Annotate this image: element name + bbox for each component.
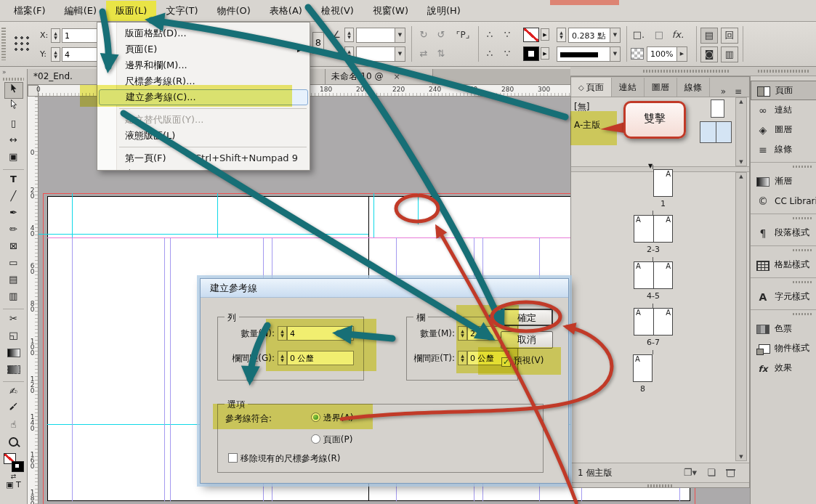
menubar-item[interactable]: 說明(H) — [418, 1, 470, 21]
menu-item[interactable]: 尺標參考線(R)... — [99, 73, 308, 89]
y-field[interactable] — [62, 47, 100, 62]
wrap-bounding-box-icon[interactable]: 回 — [721, 28, 738, 44]
rows-count-field[interactable] — [287, 326, 354, 341]
menubar-item[interactable]: 檔案(F) — [4, 1, 55, 21]
menubar-item[interactable]: 表格(A) — [260, 1, 312, 21]
scissors-tool[interactable]: ✂ — [4, 311, 23, 328]
menu-item[interactable]: 液態版面(L) — [99, 128, 308, 144]
dock-group-divider[interactable] — [751, 245, 816, 255]
dock-group-divider[interactable] — [751, 214, 816, 223]
opacity-field[interactable]: 100%▶ — [647, 46, 687, 62]
new-page-icon[interactable]: ❏ — [707, 467, 716, 479]
master-thumbnail-none[interactable] — [711, 99, 724, 118]
page-tool[interactable]: ▯ — [4, 115, 23, 132]
hand-tool[interactable]: ☝ — [4, 417, 23, 434]
pencil-tool[interactable]: ✏ — [4, 221, 23, 238]
align-bottom-icon[interactable]: ∴ — [482, 46, 498, 61]
dock-item-swatches[interactable]: 色票 — [751, 319, 816, 338]
ok-button[interactable]: 確定 — [501, 309, 553, 326]
dock-item-effects[interactable]: fx效果 — [751, 358, 816, 378]
menu-item[interactable]: 版面格點(D)... — [99, 25, 308, 41]
close-tab-icon[interactable]: × — [393, 72, 400, 81]
collapse-panel-icon[interactable]: » — [0, 69, 27, 76]
line-tool[interactable]: ╱ — [4, 188, 23, 205]
align-right-icon[interactable]: ∵ — [499, 46, 515, 61]
corner-options-icon[interactable]: □. — [631, 28, 647, 42]
fill-stroke-proxy[interactable] — [4, 453, 24, 472]
free-transform-tool[interactable]: ◱ — [4, 328, 23, 344]
y-stepper[interactable]: ▲▼ — [51, 47, 60, 62]
menu-item[interactable]: 建立替代版面(Y)... — [99, 112, 308, 128]
delete-page-icon[interactable] — [727, 468, 735, 477]
dock-item-paragraph-styles[interactable]: ¶段落樣式 — [751, 223, 816, 243]
stroke-weight-stepper[interactable]: ▲▼ — [557, 28, 566, 42]
cancel-button[interactable]: 取消 — [501, 331, 553, 349]
dock-group-divider[interactable] — [751, 162, 816, 171]
dock-item-stroke[interactable]: ≡線條 — [751, 139, 816, 159]
rotation-stepper[interactable]: ▲▼ — [344, 28, 354, 42]
stroke-weight-combo[interactable]: 0.283 點▼ — [568, 28, 621, 43]
page-thumbnail-4-5[interactable]: AA — [634, 261, 673, 289]
master-thumbnail-a[interactable] — [700, 121, 732, 143]
x-field[interactable] — [62, 28, 100, 43]
stroke-menu-arrow-icon[interactable]: ▶ — [541, 47, 549, 60]
fit-margins-radio-row[interactable]: 邊界(A) — [311, 412, 353, 424]
document-tab[interactable]: 未命名-10 @× — [326, 69, 433, 84]
rows-count-stepper[interactable]: ▲▼ — [278, 326, 287, 341]
flip-vertical-icon[interactable]: ⇅ — [433, 46, 449, 61]
dock-item-grid-styles[interactable]: 格點樣式 — [751, 255, 816, 275]
dock-group-divider[interactable] — [751, 309, 816, 319]
rotate-ccw-icon[interactable]: ↺ — [433, 28, 449, 42]
shear-stepper[interactable]: ▲▼ — [344, 46, 354, 61]
menubar-item[interactable]: 編輯(E) — [55, 1, 106, 21]
corner-shape-icon[interactable]: □ — [651, 28, 667, 42]
menubar-item[interactable]: 文字(T) — [156, 1, 207, 21]
pen-tool[interactable]: ✒ — [4, 205, 23, 221]
dock-item-layers[interactable]: ◈圖層 — [751, 120, 816, 139]
preview-checkbox-row[interactable]: ✓ 預視(V) — [501, 354, 544, 367]
vertical-ruler[interactable]: 02 04 06 08 01 0 01 2 01 4 01 6 01 8 0 — [28, 97, 39, 504]
effects-menu-icon[interactable]: fx. — [670, 28, 686, 42]
fit-page-radio-row[interactable]: 頁面(P) — [311, 434, 352, 446]
dialog-title[interactable]: 建立參考線 — [201, 279, 568, 298]
fit-margins-radio[interactable] — [311, 412, 320, 422]
align-left-icon[interactable]: ∵ — [499, 28, 515, 42]
gap-tool[interactable]: ↔ — [4, 132, 23, 149]
content-collector-tool[interactable]: ▣ — [4, 149, 23, 166]
edit-page-size-icon[interactable]: ❐▾ — [684, 467, 697, 479]
rows-gutter-field[interactable] — [287, 351, 354, 365]
panel-drag-handle[interactable] — [1, 28, 6, 60]
menu-item[interactable]: 邊界和欄(M)... — [99, 57, 308, 73]
select-container-icon[interactable]: ⌜P⌟ — [455, 28, 471, 42]
rotation-combo[interactable]: ▼ — [356, 28, 405, 43]
columns-count-stepper[interactable]: ▲▼ — [458, 326, 467, 341]
master-item[interactable]: A-主版 — [574, 119, 600, 131]
note-tool[interactable]: ✍ — [4, 383, 23, 400]
x-stepper[interactable]: ▲▼ — [51, 28, 60, 43]
gradient-tool[interactable] — [4, 344, 23, 361]
panel-tab-stroke[interactable]: 線條 — [677, 78, 710, 97]
stroke-swatch[interactable] — [523, 46, 539, 61]
align-top-icon[interactable]: ∴ — [482, 28, 498, 42]
selection-tool[interactable] — [4, 82, 23, 99]
dock-item-links[interactable]: ∞連結 — [751, 100, 816, 120]
scrollbar[interactable]: ▲▼ — [735, 97, 747, 166]
menu-item[interactable]: 頁面(E)▶ — [99, 41, 308, 57]
dock-item-cc-libraries[interactable]: ©CC Librari — [751, 191, 816, 211]
horizontal-grid-tool[interactable]: ▤ — [4, 272, 23, 288]
gradient-feather-tool[interactable] — [4, 361, 23, 378]
rows-gutter-stepper[interactable]: ▲▼ — [278, 351, 287, 365]
preview-checkbox[interactable]: ✓ — [501, 357, 511, 367]
menubar-item[interactable]: 版面(L) — [106, 1, 156, 21]
rotate-cw-icon[interactable]: ↻ — [416, 28, 432, 42]
menubar-item[interactable]: 視窗(W) — [363, 1, 418, 21]
dock-item-pages[interactable]: 頁面 — [751, 81, 816, 100]
toolbar-drag-handle[interactable] — [3, 78, 24, 81]
dock-item-object-styles[interactable]: 物件樣式 — [751, 338, 816, 358]
panel-tab-links[interactable]: 連結 — [612, 78, 645, 97]
shear-combo[interactable]: ▼ — [356, 46, 405, 62]
fill-menu-arrow-icon[interactable]: ▶ — [541, 28, 549, 41]
formatting-affects-icons[interactable]: ▣ T — [0, 481, 27, 489]
panel-resize-grip[interactable] — [571, 482, 749, 487]
columns-gutter-stepper[interactable]: ▲▼ — [458, 351, 467, 365]
